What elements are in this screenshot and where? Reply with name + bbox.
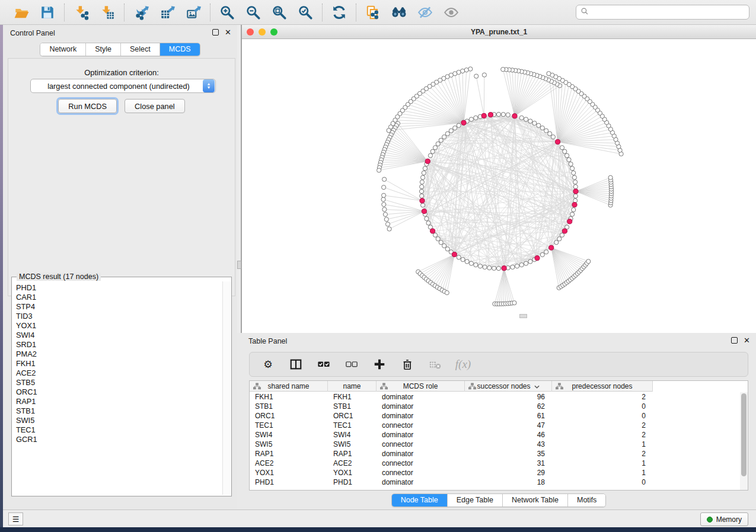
toolbar-group [323,4,356,21]
close-window-icon[interactable] [247,28,254,36]
minimize-window-icon[interactable] [259,28,266,36]
add-column-icon[interactable] [372,357,387,372]
table-row[interactable]: ACE2ACE2connector311 [250,459,653,468]
toolbar-group [5,4,64,21]
search-input[interactable] [592,7,749,18]
show-columns-icon[interactable] [288,357,304,372]
tab-edge-table[interactable]: Edge Table [448,494,503,507]
mcds-result-item[interactable]: CAR1 [16,293,222,302]
mcds-result-item[interactable]: SWI5 [16,416,222,425]
table-row[interactable]: RAP1RAP1dominator352 [250,449,653,459]
mcds-result-item[interactable]: ACE2 [16,368,222,378]
unselect-all-columns-icon[interactable] [344,357,359,372]
zoom-fit-icon[interactable] [271,4,288,21]
tab-select[interactable]: Select [121,43,160,56]
refresh-view-icon[interactable] [331,4,347,21]
table-row[interactable]: YOX1YOX1connector291 [250,468,653,477]
close-panel-button[interactable]: Close panel [125,99,185,113]
criterion-dropdown[interactable]: largest connected component (undirected)… [30,79,216,93]
column-header-successor-nodes[interactable]: successor nodes [465,381,552,392]
mcds-result-item[interactable]: PMA2 [16,350,222,359]
export-table-icon[interactable] [159,4,176,21]
table-options-icon[interactable]: ⚙ [260,357,276,372]
table-row[interactable]: SWI4SWI4dominator462 [250,430,653,440]
mcds-result-item[interactable]: PHD1 [16,283,222,293]
cell-shared-name: TEC1 [250,421,328,430]
cell-predecessor-nodes: 0 [552,402,653,411]
memory-button[interactable]: Memory [700,512,748,526]
cell-shared-name: SWI4 [250,430,328,440]
delete-columns-icon[interactable] [400,357,415,372]
tab-network[interactable]: Network [40,43,86,56]
column-header-predecessor-nodes[interactable]: predecessor nodes [552,381,653,392]
column-header-MCDS-role[interactable]: MCDS role [377,381,465,392]
save-session-icon[interactable] [39,4,56,21]
zoom-selected-icon[interactable] [297,4,314,21]
column-header-shared-name[interactable]: shared name [250,381,328,392]
network-graph[interactable] [242,39,755,332]
hide-selected-icon[interactable] [417,4,433,21]
mcds-result-item[interactable]: SRD1 [16,340,222,350]
close-table-panel-icon[interactable]: ✕ [744,337,750,344]
mcds-result-item[interactable]: STB1 [16,406,222,416]
copy-network-icon[interactable] [365,4,381,21]
table-row[interactable]: TEC1TEC1connector472 [250,421,653,430]
zoom-in-icon[interactable] [219,4,235,21]
cell-shared-name: SWI5 [250,440,328,449]
mcds-result-item[interactable]: STP4 [16,302,222,312]
zoom-window-icon[interactable] [270,28,277,36]
mcds-result-item[interactable]: SWI4 [16,331,222,340]
show-all-icon[interactable] [443,4,460,21]
close-panel-icon[interactable]: ✕ [225,29,231,36]
cell-name: PHD1 [328,477,377,487]
tab-style[interactable]: Style [86,43,121,56]
memory-label: Memory [716,515,742,524]
mcds-result-item[interactable]: GCR1 [16,435,222,444]
horizontal-splitter-grip[interactable] [519,314,527,318]
export-image-icon[interactable] [185,4,202,21]
toolbar-group [356,4,468,21]
mcds-result-item[interactable]: TID3 [16,312,222,321]
tab-mcds[interactable]: MCDS [160,43,200,56]
mcds-result-item[interactable]: RAP1 [16,397,222,406]
table-row[interactable]: PHD1PHD1dominator180 [250,477,653,487]
vertical-splitter[interactable] [237,25,241,333]
open-file-icon[interactable] [13,4,30,21]
dropdown-stepper-icon: ▲▼ [203,79,215,92]
mcds-result-item[interactable]: ORC1 [16,387,222,397]
column-header-name[interactable]: name [328,381,377,392]
mcds-list-scrollbar[interactable] [222,281,231,495]
run-mcds-button[interactable]: Run MCDS [58,99,117,113]
task-history-button[interactable]: ☰ [8,512,23,525]
column-label: name [343,382,361,390]
zoom-out-icon[interactable] [245,4,261,21]
export-network-icon[interactable] [133,4,149,21]
network-window-titlebar[interactable]: YPA_prune.txt_1 [242,25,756,39]
select-all-columns-icon[interactable] [316,357,331,372]
cell-predecessor-nodes: 1 [552,459,653,468]
mcds-result-item[interactable]: TEC1 [16,425,222,435]
tab-network-table[interactable]: Network Table [503,494,568,507]
search-box[interactable] [576,5,749,20]
table-row[interactable]: SWI5SWI5connector431 [250,440,653,449]
mcds-result-item[interactable]: STB5 [16,378,222,387]
tab-node-table[interactable]: Node Table [392,494,448,507]
table-toolbar: ⚙f(x) [249,352,748,377]
table-row[interactable]: FKH1FKH1dominator962 [250,392,653,402]
table-scrollbar-thumb[interactable] [741,393,747,476]
mcds-result-item[interactable]: YOX1 [16,321,222,331]
cell-successor-nodes: 46 [465,430,552,440]
splitter-grip[interactable] [237,261,241,269]
tab-motifs[interactable]: Motifs [568,494,605,507]
float-table-panel-icon[interactable] [731,337,738,344]
import-table-file-icon[interactable] [99,4,116,21]
import-network-file-icon[interactable] [73,4,90,21]
network-canvas[interactable] [242,39,755,332]
mcds-result-item[interactable]: FKH1 [16,359,222,368]
table-row[interactable]: STB1STB1dominator620 [250,402,653,411]
cell-predecessor-nodes: 2 [552,421,653,430]
table-row[interactable]: ORC1ORC1dominator610 [250,411,653,421]
search-neighbors-icon[interactable] [391,4,407,21]
table-scrollbar[interactable] [740,392,748,491]
float-panel-icon[interactable] [212,29,219,36]
